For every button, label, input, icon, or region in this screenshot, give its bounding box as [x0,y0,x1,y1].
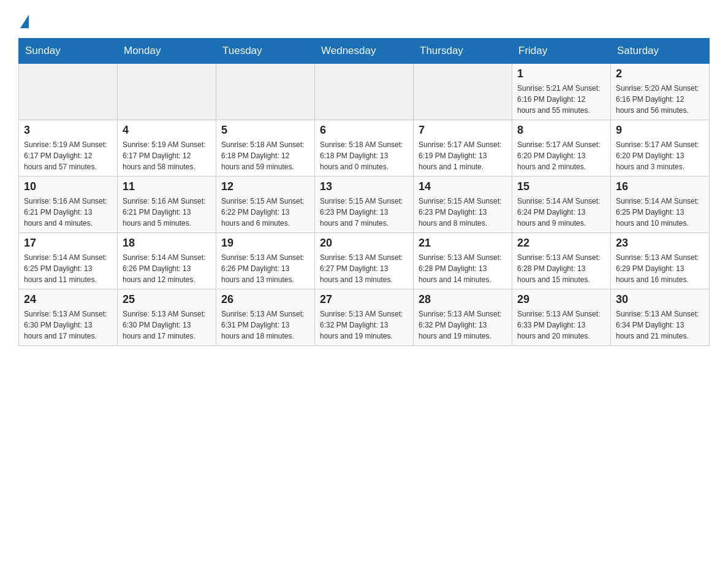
day-number: 15 [517,180,605,193]
day-info: Sunrise: 5:17 AM Sunset: 6:19 PM Dayligh… [419,139,507,172]
day-info: Sunrise: 5:16 AM Sunset: 6:21 PM Dayligh… [24,196,112,229]
calendar-day-cell: 25Sunrise: 5:13 AM Sunset: 6:30 PM Dayli… [118,289,216,346]
calendar-day-cell: 26Sunrise: 5:13 AM Sunset: 6:31 PM Dayli… [216,289,315,346]
calendar-day-cell: 28Sunrise: 5:13 AM Sunset: 6:32 PM Dayli… [414,289,512,346]
day-info: Sunrise: 5:14 AM Sunset: 6:26 PM Dayligh… [123,252,211,285]
calendar-day-cell: 11Sunrise: 5:16 AM Sunset: 6:21 PM Dayli… [118,177,216,233]
day-info: Sunrise: 5:15 AM Sunset: 6:22 PM Dayligh… [221,196,309,229]
day-number: 1 [517,67,605,80]
day-number: 11 [123,180,211,193]
column-header-sunday: Sunday [19,39,118,64]
day-info: Sunrise: 5:13 AM Sunset: 6:30 PM Dayligh… [123,308,211,342]
day-number: 19 [221,237,309,250]
day-number: 25 [123,293,211,306]
day-number: 12 [221,180,309,193]
calendar-day-cell: 3Sunrise: 5:19 AM Sunset: 6:17 PM Daylig… [19,120,118,177]
calendar-day-cell [216,64,315,120]
day-info: Sunrise: 5:14 AM Sunset: 6:25 PM Dayligh… [616,196,704,229]
day-info: Sunrise: 5:17 AM Sunset: 6:20 PM Dayligh… [517,139,605,172]
day-info: Sunrise: 5:19 AM Sunset: 6:17 PM Dayligh… [24,139,112,172]
day-info: Sunrise: 5:15 AM Sunset: 6:23 PM Dayligh… [419,196,507,229]
calendar-week-row: 24Sunrise: 5:13 AM Sunset: 6:30 PM Dayli… [19,289,710,346]
day-number: 20 [320,237,408,250]
day-number: 9 [616,124,704,137]
day-info: Sunrise: 5:13 AM Sunset: 6:30 PM Dayligh… [24,308,112,342]
day-info: Sunrise: 5:15 AM Sunset: 6:23 PM Dayligh… [320,196,408,229]
day-number: 28 [419,293,507,306]
calendar-day-cell: 18Sunrise: 5:14 AM Sunset: 6:26 PM Dayli… [118,233,216,289]
day-number: 21 [419,237,507,250]
day-number: 27 [320,293,408,306]
calendar-day-cell: 23Sunrise: 5:13 AM Sunset: 6:29 PM Dayli… [611,233,710,289]
day-number: 30 [616,293,704,306]
day-info: Sunrise: 5:13 AM Sunset: 6:34 PM Dayligh… [616,308,704,342]
day-number: 29 [517,293,605,306]
column-header-monday: Monday [118,39,216,64]
day-info: Sunrise: 5:13 AM Sunset: 6:32 PM Dayligh… [320,308,408,342]
calendar-day-cell: 13Sunrise: 5:15 AM Sunset: 6:23 PM Dayli… [315,177,414,233]
day-number: 4 [123,124,211,137]
day-number: 14 [419,180,507,193]
day-number: 8 [517,124,605,137]
calendar-day-cell: 10Sunrise: 5:16 AM Sunset: 6:21 PM Dayli… [19,177,118,233]
day-info: Sunrise: 5:13 AM Sunset: 6:27 PM Dayligh… [320,252,408,285]
day-info: Sunrise: 5:14 AM Sunset: 6:25 PM Dayligh… [24,252,112,285]
calendar-day-cell [315,64,414,120]
logo [18,12,29,26]
calendar-day-cell: 16Sunrise: 5:14 AM Sunset: 6:25 PM Dayli… [611,177,710,233]
day-number: 3 [24,124,112,137]
calendar-day-cell: 9Sunrise: 5:17 AM Sunset: 6:20 PM Daylig… [611,120,710,177]
day-info: Sunrise: 5:16 AM Sunset: 6:21 PM Dayligh… [123,196,211,229]
day-number: 10 [24,180,112,193]
day-number: 24 [24,293,112,306]
day-number: 13 [320,180,408,193]
calendar-week-row: 10Sunrise: 5:16 AM Sunset: 6:21 PM Dayli… [19,177,710,233]
day-number: 22 [517,237,605,250]
calendar-day-cell: 8Sunrise: 5:17 AM Sunset: 6:20 PM Daylig… [512,120,611,177]
column-header-wednesday: Wednesday [315,39,414,64]
calendar-day-cell [19,64,118,120]
calendar-week-row: 3Sunrise: 5:19 AM Sunset: 6:17 PM Daylig… [19,120,710,177]
calendar-day-cell: 12Sunrise: 5:15 AM Sunset: 6:22 PM Dayli… [216,177,315,233]
day-number: 16 [616,180,704,193]
day-info: Sunrise: 5:13 AM Sunset: 6:33 PM Dayligh… [517,308,605,342]
day-number: 2 [616,67,704,80]
calendar-day-cell: 15Sunrise: 5:14 AM Sunset: 6:24 PM Dayli… [512,177,611,233]
day-number: 5 [221,124,309,137]
day-info: Sunrise: 5:13 AM Sunset: 6:28 PM Dayligh… [517,252,605,285]
day-number: 26 [221,293,309,306]
calendar-day-cell: 4Sunrise: 5:19 AM Sunset: 6:17 PM Daylig… [118,120,216,177]
calendar-day-cell: 20Sunrise: 5:13 AM Sunset: 6:27 PM Dayli… [315,233,414,289]
day-info: Sunrise: 5:13 AM Sunset: 6:31 PM Dayligh… [221,308,309,342]
column-header-friday: Friday [512,39,611,64]
calendar-day-cell [414,64,512,120]
calendar-day-cell: 14Sunrise: 5:15 AM Sunset: 6:23 PM Dayli… [414,177,512,233]
calendar-day-cell: 6Sunrise: 5:18 AM Sunset: 6:18 PM Daylig… [315,120,414,177]
day-info: Sunrise: 5:13 AM Sunset: 6:26 PM Dayligh… [221,252,309,285]
calendar-day-cell: 27Sunrise: 5:13 AM Sunset: 6:32 PM Dayli… [315,289,414,346]
day-number: 7 [419,124,507,137]
calendar-week-row: 1Sunrise: 5:21 AM Sunset: 6:16 PM Daylig… [19,64,710,120]
calendar-header-row: SundayMondayTuesdayWednesdayThursdayFrid… [19,39,710,64]
calendar-day-cell: 17Sunrise: 5:14 AM Sunset: 6:25 PM Dayli… [19,233,118,289]
calendar-table: SundayMondayTuesdayWednesdayThursdayFrid… [18,38,710,346]
day-info: Sunrise: 5:13 AM Sunset: 6:29 PM Dayligh… [616,252,704,285]
day-info: Sunrise: 5:19 AM Sunset: 6:17 PM Dayligh… [123,139,211,172]
day-info: Sunrise: 5:21 AM Sunset: 6:16 PM Dayligh… [517,83,605,116]
calendar-day-cell: 24Sunrise: 5:13 AM Sunset: 6:30 PM Dayli… [19,289,118,346]
calendar-day-cell: 21Sunrise: 5:13 AM Sunset: 6:28 PM Dayli… [414,233,512,289]
day-number: 17 [24,237,112,250]
day-info: Sunrise: 5:18 AM Sunset: 6:18 PM Dayligh… [221,139,309,172]
day-info: Sunrise: 5:17 AM Sunset: 6:20 PM Dayligh… [616,139,704,172]
day-info: Sunrise: 5:18 AM Sunset: 6:18 PM Dayligh… [320,139,408,172]
column-header-saturday: Saturday [611,39,710,64]
calendar-day-cell: 19Sunrise: 5:13 AM Sunset: 6:26 PM Dayli… [216,233,315,289]
calendar-day-cell: 30Sunrise: 5:13 AM Sunset: 6:34 PM Dayli… [611,289,710,346]
day-info: Sunrise: 5:20 AM Sunset: 6:16 PM Dayligh… [616,83,704,116]
day-info: Sunrise: 5:14 AM Sunset: 6:24 PM Dayligh… [517,196,605,229]
logo-triangle-icon [20,15,29,28]
calendar-week-row: 17Sunrise: 5:14 AM Sunset: 6:25 PM Dayli… [19,233,710,289]
column-header-tuesday: Tuesday [216,39,315,64]
day-number: 18 [123,237,211,250]
day-number: 6 [320,124,408,137]
